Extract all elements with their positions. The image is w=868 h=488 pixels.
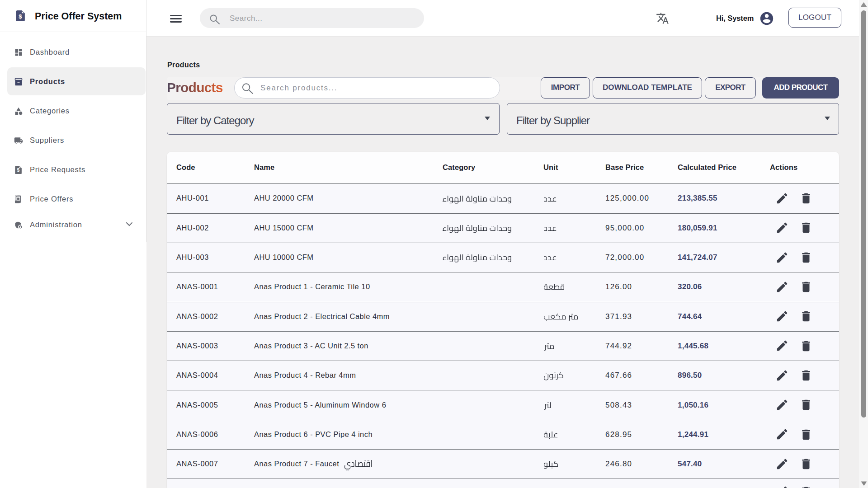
svg-text:$: $ bbox=[19, 13, 22, 20]
svg-text:$: $ bbox=[17, 168, 19, 173]
